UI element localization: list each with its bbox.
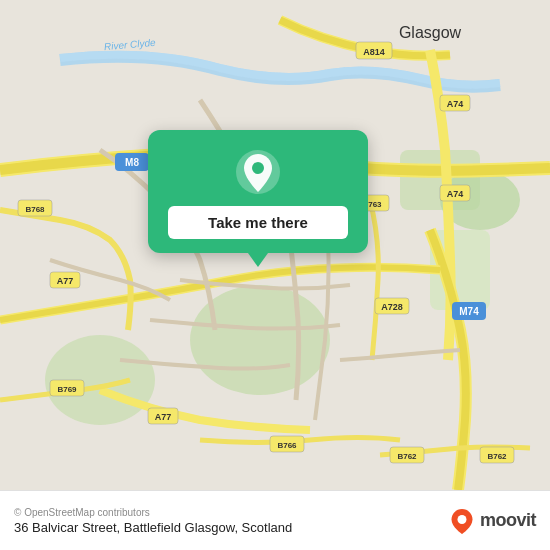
svg-text:A74: A74 [447, 189, 464, 199]
svg-text:B769: B769 [57, 385, 77, 394]
bottom-bar: © OpenStreetMap contributors 36 Balvicar… [0, 490, 550, 550]
svg-text:A814: A814 [363, 47, 385, 57]
moovit-label: moovit [480, 510, 536, 531]
svg-text:B768: B768 [25, 205, 45, 214]
location-pin-icon [234, 148, 282, 196]
svg-point-42 [457, 515, 466, 524]
address-text: 36 Balvicar Street, Battlefield Glasgow,… [14, 520, 292, 535]
svg-text:M74: M74 [459, 306, 479, 317]
take-me-there-button[interactable]: Take me there [168, 206, 348, 239]
address-section: © OpenStreetMap contributors 36 Balvicar… [14, 507, 292, 535]
moovit-pin-icon [448, 507, 476, 535]
svg-text:B766: B766 [277, 441, 297, 450]
svg-text:Glasgow: Glasgow [399, 24, 462, 41]
svg-text:B762: B762 [397, 452, 417, 461]
svg-text:A77: A77 [57, 276, 74, 286]
moovit-logo: moovit [448, 507, 536, 535]
map-popup[interactable]: Take me there [148, 130, 368, 253]
map-container: M8 M8 A814 A74 A74 M74 A77 A77 A728 B768… [0, 0, 550, 490]
svg-text:A728: A728 [381, 302, 403, 312]
attribution-text: © OpenStreetMap contributors [14, 507, 292, 518]
svg-text:A74: A74 [447, 99, 464, 109]
svg-point-41 [252, 162, 264, 174]
svg-text:A77: A77 [155, 412, 172, 422]
svg-text:B762: B762 [487, 452, 507, 461]
svg-text:M8: M8 [125, 157, 139, 168]
